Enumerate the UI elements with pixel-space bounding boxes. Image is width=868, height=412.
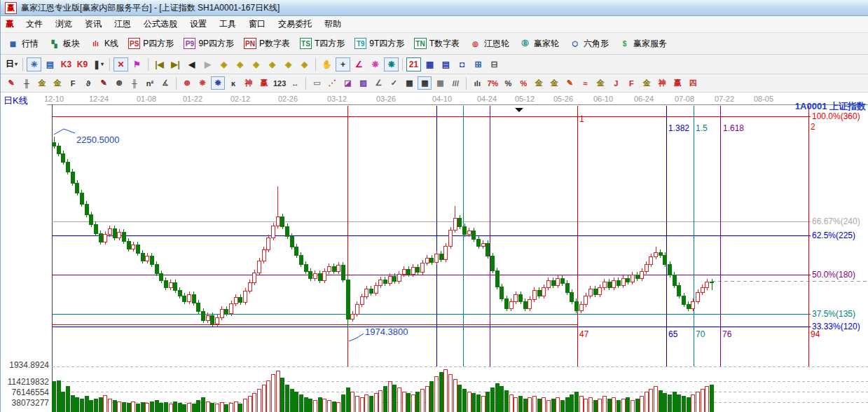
toolbar-button-fibonacci-f[interactable]: F	[66, 76, 80, 90]
menu-item-0[interactable]: 文件	[20, 16, 49, 32]
toolbar-button-notes[interactable]: ▤	[439, 57, 453, 71]
toolbar-button-goto-last[interactable]: ▶|	[168, 57, 183, 71]
toolbar-button-spider-web-2[interactable]: ❋	[211, 76, 225, 90]
toolbar-button-calculator[interactable]: ▦	[422, 57, 437, 71]
toolbar-button-wave-box[interactable]: ≈	[578, 76, 592, 90]
toolbar-button-ruler-123[interactable]: 123	[273, 76, 287, 90]
toolbar-button-sectors[interactable]: ▚板块	[45, 36, 83, 51]
toolbar-button-shift-right[interactable]: ◈	[233, 57, 247, 71]
toolbar-button-info-doc[interactable]: ▤	[43, 57, 57, 71]
toolbar-button-ying-tool[interactable]: 赢	[257, 76, 271, 90]
toolbar-button-crosshair[interactable]: +	[336, 57, 350, 71]
toolbar-button-mini-chart-9[interactable]: K9	[75, 57, 90, 71]
toolbar-button-zoom-out[interactable]: ◈	[297, 57, 312, 71]
toolbar-button-pan-hand[interactable]: ✋	[319, 57, 334, 71]
toolbar-button-t-square[interactable]: TST四方形	[296, 36, 348, 51]
toolbar-button-n-square[interactable]: n²	[143, 76, 157, 90]
toolbar-button-candle-pen[interactable]: ✎	[563, 76, 577, 90]
toolbar-button-flag-chart[interactable]: ⚑	[130, 57, 144, 71]
toolbar-button-expand-h[interactable]: ◈	[249, 57, 263, 71]
toolbar-button-period-day[interactable]: 日▾	[4, 57, 19, 71]
toolbar-button-zoom-in[interactable]: ◈	[281, 57, 296, 71]
toolbar-button-print[interactable]: ⊟	[487, 57, 502, 71]
toolbar-button-9t-square[interactable]: T99T四方形	[351, 36, 408, 51]
toolbar-button-quotes[interactable]: ▦行情	[4, 36, 42, 51]
toolbar-button-t-number-table[interactable]: TNT数字表	[411, 36, 463, 51]
toolbar-button-gold-ratio-2[interactable]: 金	[50, 76, 64, 90]
toolbar-separator	[109, 58, 110, 71]
toolbar-button-p-square[interactable]: PSP四方形	[125, 36, 177, 51]
toolbar-button-f-angle[interactable]: F	[624, 76, 638, 90]
toolbar-button-draw-pen[interactable]: ✎	[4, 76, 18, 90]
toolbar-button-si-angle[interactable]: 四	[686, 76, 700, 90]
toolbar-button-9p-square[interactable]: P99P四方形	[180, 36, 237, 51]
toolbar-button-save[interactable]: ◘	[455, 57, 469, 71]
toolbar-button-ying-angle[interactable]: 赢	[670, 76, 684, 90]
toolbar-button-export-screen[interactable]: ⊞	[471, 57, 485, 71]
toolbar-button-slant-lines[interactable]: ///	[448, 76, 462, 90]
toolbar-button-cycle-circle[interactable]: ⊕	[112, 76, 126, 90]
toolbar-button-gann-web-teal[interactable]: ❋	[384, 57, 399, 71]
menu-item-8[interactable]: 交易委托	[272, 16, 318, 32]
menu-item-7[interactable]: 窗口	[242, 16, 272, 32]
toolbar-button-h-measure[interactable]: ↔	[288, 76, 302, 90]
chart-canvas[interactable]: 100.0%(360)66.67%(240)62.5%(225)50.0%(18…	[1, 92, 868, 412]
toolbar-button-mini-chart-3[interactable]: K3	[59, 57, 74, 71]
toolbar-button-prev-bar[interactable]: ◀	[184, 57, 199, 71]
toolbar-button-web-chart[interactable]: ✳	[27, 57, 41, 71]
child-window-icon[interactable]: 赢	[4, 19, 15, 29]
toolbar-button-k-marks[interactable]: ĸ	[226, 76, 240, 90]
toolbar-button-trend-angle[interactable]: ∠	[371, 76, 385, 90]
toolbar-button-spiral[interactable]: ϑ	[81, 76, 95, 90]
toolbar-button-winner-wheel[interactable]: Ⓑ赢家轮	[516, 36, 563, 51]
menu-item-6[interactable]: 工具	[213, 16, 242, 32]
menu-item-3[interactable]: 江恩	[108, 16, 137, 32]
toolbar-button-compress-h[interactable]: ◈	[265, 57, 280, 71]
toolbar-button-draw-pen-2[interactable]: ✎	[97, 76, 111, 90]
menu-item-2[interactable]: 资讯	[78, 16, 108, 32]
toolbar-button-gann-web-pink[interactable]: ❋	[368, 57, 383, 71]
menu-item-5[interactable]: 设置	[184, 16, 213, 32]
toolbar-button-next-bar[interactable]: ▶	[200, 57, 215, 71]
toolbar-button-shen-tool[interactable]: 神	[242, 76, 256, 90]
toolbar-button-shen-angle[interactable]: 神	[655, 76, 669, 90]
toolbar-button-gann-fan[interactable]: ⋰	[325, 76, 339, 90]
menu-item-9[interactable]: 帮助	[318, 16, 347, 32]
toolbar-button-angle-tool[interactable]: ∠	[352, 57, 366, 71]
toolbar-button-grid-dense[interactable]: ▦	[402, 76, 416, 90]
toolbar-button-gold-angle[interactable]: 金	[640, 76, 654, 90]
toolbar-button-goto-first[interactable]: |◀	[152, 57, 167, 71]
title-bar[interactable]: 赢 赢家江恩专业版[赢家内部服务平台] - [上证指数 SH1A0001-167…	[1, 0, 868, 16]
toolbar-button-gold-ratio-1[interactable]: 金	[35, 76, 49, 90]
toolbar-button-winner-service[interactable]: $赢家服务	[615, 36, 670, 51]
toolbar-button-p-number-table[interactable]: PNP数字表	[240, 36, 294, 51]
toolbar-button-gold-box[interactable]: 金	[593, 76, 607, 90]
toolbar-button-grid-box[interactable]: ▦	[418, 76, 432, 90]
toolbar-button-pattern-x[interactable]: ✕	[113, 57, 128, 71]
toolbar-button-target-cross[interactable]: ⊕	[180, 76, 194, 90]
toolbar-button-candle-style[interactable]: ❚▾	[91, 57, 106, 71]
toolbar-button-calendar-21[interactable]: 21	[406, 57, 421, 71]
toolbar-button-kline[interactable]: ılıK线	[86, 36, 122, 51]
toolbar-button-time-ticks[interactable]: ╫	[128, 76, 142, 90]
toolbar-button-gann-ticks[interactable]: ╫	[20, 76, 34, 90]
toolbar-button-price-bars[interactable]: ılı	[470, 76, 484, 90]
toolbar-button-spider-web-1[interactable]: ❋	[195, 76, 209, 90]
toolbar-button-percent[interactable]: %	[501, 76, 515, 90]
toolbar-button-fan-box[interactable]: ◪	[340, 76, 354, 90]
toolbar-button-web-box[interactable]: ▨	[356, 76, 370, 90]
menu-item-1[interactable]: 浏览	[49, 16, 78, 32]
toolbar-button-gold-line[interactable]: 金	[547, 76, 561, 90]
menu-item-4[interactable]: 公式选股	[137, 16, 184, 32]
toolbar-button-mirror-angle[interactable]: ∡	[158, 76, 172, 90]
toolbar-button-grid-light[interactable]: ▦	[433, 76, 447, 90]
toolbar-button-hexagon[interactable]: ⬡六角形	[565, 36, 612, 51]
toolbar-button-gann-wheel[interactable]: ◎江恩轮	[466, 36, 513, 51]
toolbar-button-check-tool[interactable]: ✓	[387, 76, 401, 90]
toolbar-button-percent-line[interactable]: %	[516, 76, 530, 90]
toolbar-button-gold-circle[interactable]: 金	[532, 76, 546, 90]
toolbar-button-shift-left[interactable]: ◈	[216, 57, 231, 71]
toolbar-button-j-angle[interactable]: J	[609, 76, 623, 90]
toolbar-button-percent-7[interactable]: 7%	[485, 76, 500, 90]
toolbar-button-square-region[interactable]: ▭	[310, 76, 324, 90]
